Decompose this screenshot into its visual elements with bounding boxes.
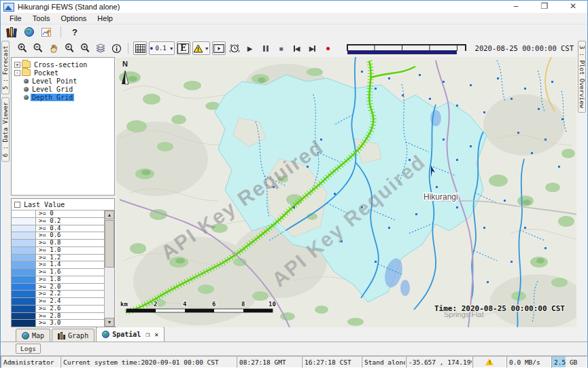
- menu-tools[interactable]: Tools: [28, 14, 55, 22]
- legend-swatch: [12, 269, 36, 276]
- interval-dot-icon: ●: [150, 45, 153, 52]
- step-last-button[interactable]: ▶: [306, 41, 319, 55]
- close-tab-icon[interactable]: ✕: [154, 331, 158, 338]
- zoom-previous-icon[interactable]: [63, 41, 76, 55]
- status-warning-cell[interactable]: [472, 356, 506, 368]
- pan-hand-icon[interactable]: [47, 41, 60, 55]
- tree-item-depth-grid[interactable]: Depth Grid: [14, 93, 114, 101]
- legend-swatch: [12, 261, 36, 268]
- legend-label: >= 1.0: [36, 247, 104, 254]
- movie-player-icon[interactable]: [212, 41, 226, 55]
- classification-legend-icon[interactable]: E: [177, 41, 190, 55]
- time-slider[interactable]: [347, 42, 466, 54]
- step-first-button[interactable]: ◀: [290, 41, 304, 55]
- stop-button[interactable]: ■: [275, 41, 288, 55]
- legend-row[interactable]: >= 1.8: [12, 276, 104, 284]
- menu-file[interactable]: File: [5, 14, 27, 22]
- zoom-next-icon[interactable]: [78, 41, 92, 55]
- scrollbar-thumb[interactable]: [105, 220, 114, 268]
- warning-icon: [485, 358, 494, 365]
- app-window: Hikurangi FEWS (Stand alone) – ❐ ✕ File …: [0, 0, 588, 368]
- database-icon[interactable]: [5, 25, 18, 39]
- legend-label: >= 1.6: [36, 269, 104, 276]
- globe-icon: [102, 331, 109, 338]
- status-memory[interactable]: 2.5 GB: [551, 356, 587, 368]
- play-button[interactable]: ▶: [243, 41, 257, 55]
- map-view[interactable]: API Key Required API Key Required Hikura…: [116, 57, 576, 327]
- zoom-out-icon[interactable]: [31, 41, 45, 55]
- tree-item-pocket[interactable]: - Pocket: [14, 69, 114, 77]
- logs-button[interactable]: Logs: [16, 344, 41, 354]
- svg-text:10: 10: [269, 301, 276, 308]
- status-local-time: 16:27:18 CST: [302, 356, 362, 368]
- tree-item-level-point[interactable]: Level Point: [14, 77, 114, 85]
- record-button[interactable]: ●: [322, 41, 335, 55]
- legend-label: >= 2.6: [36, 306, 104, 312]
- right-panel-strip: 3 : Plot Overview: [576, 39, 587, 327]
- timeseries-chart-icon[interactable]: [40, 25, 54, 39]
- map-toolbar: ●0.1▼ E ▼ ▶ ■ ◀ ▶ ● 2020-08-25 00:00:00 …: [10, 39, 576, 57]
- tab-data-viewer[interactable]: 6 : Data Viewer: [1, 97, 10, 162]
- globe-icon[interactable]: [22, 25, 36, 39]
- app-icon: [3, 3, 14, 12]
- legend-label: >= 2.0: [36, 284, 104, 291]
- collapse-icon[interactable]: -: [14, 70, 20, 76]
- tab-forecast[interactable]: 5 : Forecast: [1, 41, 10, 94]
- expand-icon[interactable]: +: [14, 62, 20, 68]
- legend-swatch: [12, 291, 36, 297]
- scroll-down-icon[interactable]: ▼: [105, 318, 114, 327]
- animation-clock-icon[interactable]: [228, 41, 241, 55]
- minimize-icon[interactable]: –: [502, 1, 530, 13]
- legend-swatch: [12, 298, 36, 305]
- legend-label: >= 0.4: [36, 225, 104, 232]
- status-mode: Stand alone: [362, 356, 406, 368]
- menu-help[interactable]: Help: [92, 14, 118, 22]
- legend-label: >= 1.8: [36, 276, 104, 283]
- node-bullet-icon: [24, 95, 29, 100]
- toolbar-separator: [60, 26, 61, 37]
- svg-text:4: 4: [183, 301, 187, 308]
- tab-map[interactable]: Map: [16, 329, 50, 342]
- menu-options[interactable]: Options: [56, 14, 91, 22]
- data-viewer-panel: + Cross-section - Pocket Level Point: [10, 57, 116, 327]
- undock-icon[interactable]: ❐: [145, 331, 150, 338]
- zoom-in-icon[interactable]: [16, 41, 29, 55]
- close-icon[interactable]: ✕: [559, 1, 587, 13]
- legend-swatch: [12, 276, 36, 283]
- svg-text:N: N: [122, 60, 128, 68]
- time-slider-range[interactable]: [347, 50, 457, 54]
- legend-label: >= 2.4: [36, 298, 104, 305]
- map-canvas[interactable]: API Key Required API Key Required Hikura…: [116, 57, 576, 327]
- legend-label: >= 0.2: [36, 218, 104, 225]
- svg-text:2: 2: [154, 301, 157, 308]
- last-value-checkbox[interactable]: [14, 202, 20, 208]
- legend-swatch: [12, 255, 36, 261]
- legend-swatch: [12, 320, 36, 327]
- main-toolbar: ?: [1, 24, 587, 39]
- thresholds-warning-dropdown[interactable]: ▼: [192, 41, 210, 55]
- help-icon[interactable]: ?: [68, 25, 82, 39]
- maximize-icon[interactable]: ❐: [530, 1, 559, 13]
- interval-dropdown[interactable]: ●0.1▼: [149, 41, 175, 55]
- tab-graph[interactable]: Graph: [52, 329, 94, 342]
- tree-item-cross-section[interactable]: + Cross-section: [14, 60, 114, 69]
- legend-row[interactable]: >= 0.2: [12, 218, 104, 225]
- legend-row[interactable]: >= 2.6: [12, 306, 104, 313]
- pause-button[interactable]: [259, 41, 273, 55]
- info-icon[interactable]: [109, 41, 123, 55]
- layers-icon[interactable]: [94, 41, 107, 55]
- scroll-up-icon[interactable]: ▲: [105, 210, 114, 219]
- menu-bar: File Tools Options Help: [1, 13, 587, 24]
- legend-row[interactable]: >= 3.0: [12, 320, 104, 327]
- svg-text:6: 6: [212, 301, 215, 308]
- grid-display-icon[interactable]: [133, 41, 147, 55]
- tree-item-level-grid[interactable]: Level Grid: [14, 85, 114, 93]
- status-system-time: Current system time:2020-09-01 00:00 CST: [60, 356, 237, 368]
- status-user: Administrator: [1, 356, 60, 368]
- legend-swatch: [12, 218, 36, 225]
- tab-plot-overview[interactable]: 3 : Plot Overview: [578, 41, 586, 113]
- tab-spatial[interactable]: Spatial ❐ ✕: [96, 327, 165, 342]
- legend-scrollbar[interactable]: ▲ ▼: [105, 210, 114, 327]
- status-download-speed: 0.0 MB/s: [506, 356, 551, 368]
- legend-row[interactable]: >= 1.0: [12, 247, 104, 255]
